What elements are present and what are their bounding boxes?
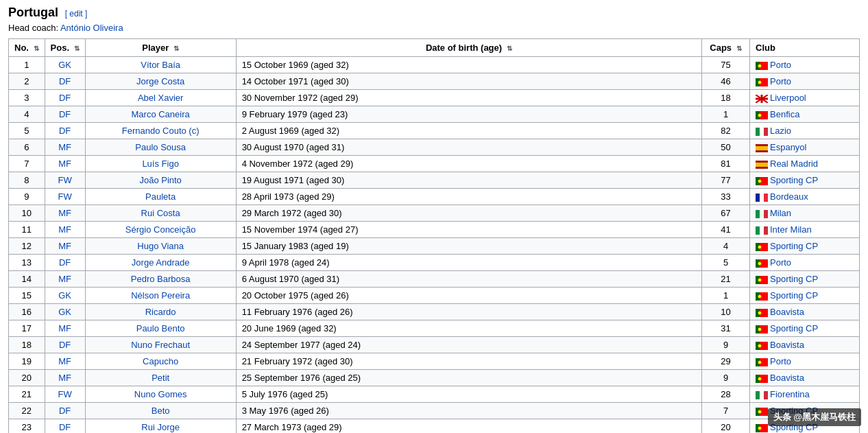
cell-no: 17 (9, 320, 45, 337)
header-dob[interactable]: Date of birth (age) ⇅ (236, 39, 701, 57)
cell-player: Marco Caneira (85, 106, 236, 123)
svg-point-13 (758, 113, 762, 117)
cell-caps: 20 (702, 419, 750, 434)
cell-club: Inter Milan (750, 222, 860, 238)
cell-pos: MF (45, 205, 85, 222)
header-caps[interactable]: Caps ⇅ (702, 39, 750, 57)
cell-pos: DF (45, 403, 85, 419)
cell-club: Bordeaux (750, 189, 860, 205)
table-row: 2 DF Jorge Costa 14 October 1971 (aged 3… (9, 73, 860, 90)
cell-player: Jorge Andrade (85, 255, 236, 271)
table-row: 10 MF Rui Costa 29 March 1972 (aged 30) … (9, 205, 860, 222)
cell-player: Sérgio Conceição (85, 222, 236, 238)
cell-dob: 30 August 1970 (aged 31) (236, 139, 701, 156)
svg-point-68 (758, 426, 762, 430)
svg-point-56 (758, 360, 762, 364)
cell-no: 11 (9, 222, 45, 238)
svg-rect-32 (764, 226, 768, 235)
header-no[interactable]: No. ⇅ (9, 39, 45, 57)
cell-pos: FW (45, 386, 85, 403)
cell-no: 13 (9, 255, 45, 271)
cell-no: 9 (9, 189, 45, 205)
cell-club: Sporting CP (750, 320, 860, 337)
svg-rect-61 (760, 391, 764, 399)
head-coach-link[interactable]: António Oliveira (60, 23, 123, 33)
watermark: 头条 @黑木崖马铁柱 (768, 408, 861, 426)
cell-no: 16 (9, 304, 45, 320)
cell-dob: 3 May 1976 (aged 26) (236, 403, 701, 419)
svg-point-44 (758, 294, 762, 298)
cell-no: 18 (9, 337, 45, 353)
table-row: 3 DF Abel Xavier 30 November 1972 (aged … (9, 90, 860, 106)
cell-club: Benfica (750, 106, 860, 123)
svg-rect-18 (756, 146, 768, 150)
cell-dob: 15 January 1983 (aged 19) (236, 238, 701, 255)
edit-link[interactable]: [ edit ] (65, 9, 88, 19)
cell-dob: 24 September 1977 (aged 24) (236, 337, 701, 353)
cell-dob: 4 November 1972 (aged 29) (236, 156, 701, 172)
cell-dob: 11 February 1976 (aged 26) (236, 304, 701, 320)
cell-club: Sporting CP (750, 271, 860, 288)
table-row: 5 DF Fernando Couto (c) 2 August 1969 (a… (9, 123, 860, 139)
cell-pos: DF (45, 337, 85, 353)
table-row: 14 MF Pedro Barbosa 6 August 1970 (aged … (9, 271, 860, 288)
cell-player: Jorge Costa (85, 73, 236, 90)
cell-caps: 75 (702, 57, 750, 73)
cell-no: 5 (9, 123, 45, 139)
table-row: 6 MF Paulo Sousa 30 August 1970 (aged 31… (9, 139, 860, 156)
cell-pos: MF (45, 139, 85, 156)
cell-club: Porto (750, 73, 860, 90)
svg-point-5 (758, 80, 762, 84)
table-row: 21 FW Nuno Gomes 5 July 1976 (aged 25) 2… (9, 386, 860, 403)
cell-player: Capucho (85, 353, 236, 370)
svg-rect-31 (760, 226, 764, 235)
svg-rect-62 (764, 391, 768, 399)
cell-caps: 29 (702, 353, 750, 370)
cell-player: Vítor Baía (85, 57, 236, 73)
cell-dob: 21 February 1972 (aged 30) (236, 353, 701, 370)
cell-pos: GK (45, 304, 85, 320)
cell-pos: GK (45, 288, 85, 304)
table-row: 12 MF Hugo Viana 15 January 1983 (aged 1… (9, 238, 860, 255)
cell-pos: MF (45, 271, 85, 288)
cell-pos: DF (45, 419, 85, 434)
table-row: 18 DF Nuno Frechaut 24 September 1977 (a… (9, 337, 860, 353)
cell-club: Porto (750, 255, 860, 271)
cell-no: 22 (9, 403, 45, 419)
cell-club: Boavista (750, 370, 860, 386)
svg-rect-15 (760, 128, 764, 136)
cell-pos: DF (45, 123, 85, 139)
table-row: 1 GK Vítor Baía 15 October 1969 (aged 32… (9, 57, 860, 73)
cell-no: 23 (9, 419, 45, 434)
cell-player: Pedro Barbosa (85, 271, 236, 288)
cell-pos: DF (45, 106, 85, 123)
cell-caps: 31 (702, 320, 750, 337)
cell-caps: 82 (702, 123, 750, 139)
cell-caps: 18 (702, 90, 750, 106)
header-pos[interactable]: Pos. ⇅ (45, 39, 85, 57)
cell-caps: 46 (702, 73, 750, 90)
cell-no: 12 (9, 238, 45, 255)
cell-player: Ricardo (85, 304, 236, 320)
cell-caps: 21 (702, 271, 750, 288)
cell-dob: 28 April 1973 (aged 29) (236, 189, 701, 205)
cell-caps: 81 (702, 156, 750, 172)
table-row: 4 DF Marco Caneira 9 February 1979 (aged… (9, 106, 860, 123)
cell-caps: 67 (702, 205, 750, 222)
cell-caps: 1 (702, 288, 750, 304)
table-row: 19 MF Capucho 21 February 1972 (aged 30)… (9, 353, 860, 370)
cell-club: Real Madrid (750, 156, 860, 172)
cell-no: 19 (9, 353, 45, 370)
cell-pos: GK (45, 57, 85, 73)
cell-caps: 4 (702, 238, 750, 255)
svg-rect-60 (756, 391, 760, 399)
cell-no: 20 (9, 370, 45, 386)
cell-club: Sporting CP (750, 172, 860, 189)
header-player[interactable]: Player ⇅ (85, 39, 236, 57)
cell-caps: 1 (702, 106, 750, 123)
cell-player: Petit (85, 370, 236, 386)
cell-no: 7 (9, 156, 45, 172)
squad-table: No. ⇅ Pos. ⇅ Player ⇅ Date of birth (age… (8, 38, 860, 433)
cell-player: Rui Jorge (85, 419, 236, 434)
cell-player: Nélson Pereira (85, 288, 236, 304)
